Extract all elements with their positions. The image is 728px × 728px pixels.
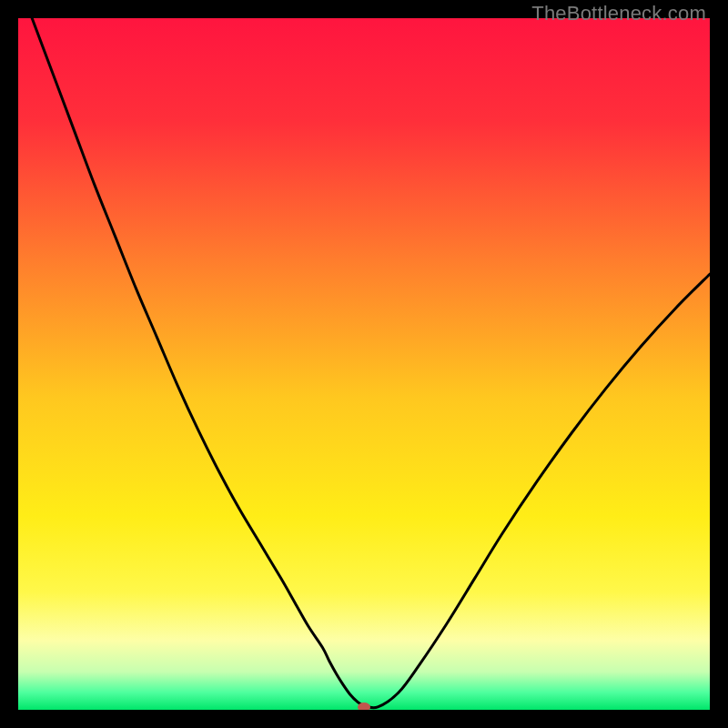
chart-frame (18, 18, 710, 710)
gradient-bg (18, 18, 710, 710)
bottleneck-chart (18, 18, 710, 710)
watermark-text: TheBottleneck.com (531, 2, 706, 25)
